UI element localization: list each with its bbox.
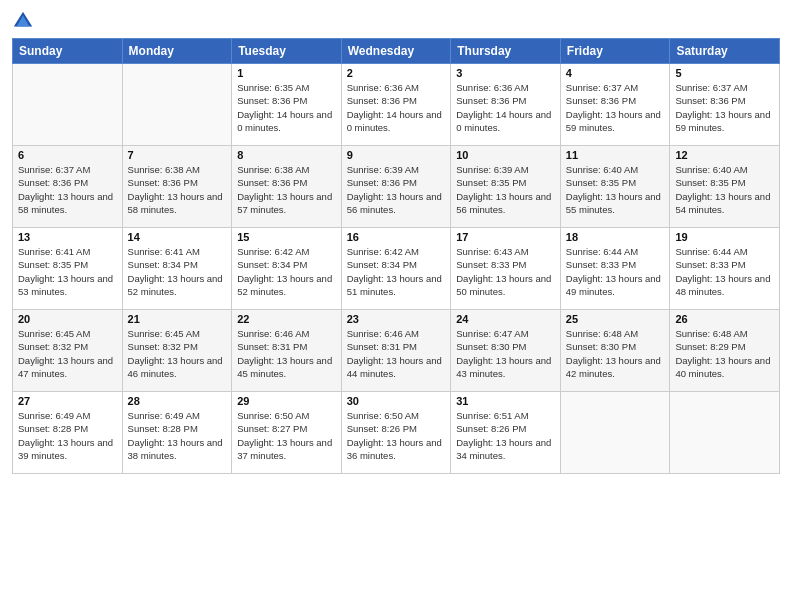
calendar-cell: 25 Sunrise: 6:48 AM Sunset: 8:30 PM Dayl… <box>560 310 670 392</box>
sunrise-text: Sunrise: 6:45 AM <box>128 328 200 339</box>
calendar-cell <box>122 64 232 146</box>
day-info: Sunrise: 6:38 AM Sunset: 8:36 PM Dayligh… <box>128 163 227 216</box>
sunrise-text: Sunrise: 6:49 AM <box>128 410 200 421</box>
daylight-text: Daylight: 14 hours and 0 minutes. <box>237 109 332 133</box>
sunrise-text: Sunrise: 6:48 AM <box>675 328 747 339</box>
calendar-cell: 11 Sunrise: 6:40 AM Sunset: 8:35 PM Dayl… <box>560 146 670 228</box>
sunrise-text: Sunrise: 6:39 AM <box>347 164 419 175</box>
calendar-cell: 3 Sunrise: 6:36 AM Sunset: 8:36 PM Dayli… <box>451 64 561 146</box>
calendar-cell: 13 Sunrise: 6:41 AM Sunset: 8:35 PM Dayl… <box>13 228 123 310</box>
day-info: Sunrise: 6:49 AM Sunset: 8:28 PM Dayligh… <box>18 409 117 462</box>
sunrise-text: Sunrise: 6:38 AM <box>128 164 200 175</box>
day-number: 23 <box>347 313 446 325</box>
sunset-text: Sunset: 8:32 PM <box>128 341 198 352</box>
calendar-cell: 8 Sunrise: 6:38 AM Sunset: 8:36 PM Dayli… <box>232 146 342 228</box>
sunset-text: Sunset: 8:31 PM <box>237 341 307 352</box>
sunset-text: Sunset: 8:35 PM <box>456 177 526 188</box>
calendar-cell: 31 Sunrise: 6:51 AM Sunset: 8:26 PM Dayl… <box>451 392 561 474</box>
sunrise-text: Sunrise: 6:42 AM <box>237 246 309 257</box>
sunrise-text: Sunrise: 6:37 AM <box>566 82 638 93</box>
day-number: 25 <box>566 313 665 325</box>
daylight-text: Daylight: 13 hours and 52 minutes. <box>237 273 332 297</box>
day-info: Sunrise: 6:40 AM Sunset: 8:35 PM Dayligh… <box>675 163 774 216</box>
sunset-text: Sunset: 8:36 PM <box>237 177 307 188</box>
day-number: 28 <box>128 395 227 407</box>
sunset-text: Sunset: 8:34 PM <box>237 259 307 270</box>
sunset-text: Sunset: 8:36 PM <box>456 95 526 106</box>
day-info: Sunrise: 6:48 AM Sunset: 8:29 PM Dayligh… <box>675 327 774 380</box>
daylight-text: Daylight: 13 hours and 58 minutes. <box>128 191 223 215</box>
daylight-text: Daylight: 13 hours and 37 minutes. <box>237 437 332 461</box>
calendar-cell: 18 Sunrise: 6:44 AM Sunset: 8:33 PM Dayl… <box>560 228 670 310</box>
day-info: Sunrise: 6:39 AM Sunset: 8:36 PM Dayligh… <box>347 163 446 216</box>
day-info: Sunrise: 6:45 AM Sunset: 8:32 PM Dayligh… <box>128 327 227 380</box>
calendar-week-row: 1 Sunrise: 6:35 AM Sunset: 8:36 PM Dayli… <box>13 64 780 146</box>
daylight-text: Daylight: 13 hours and 39 minutes. <box>18 437 113 461</box>
logo <box>12 10 38 32</box>
day-info: Sunrise: 6:39 AM Sunset: 8:35 PM Dayligh… <box>456 163 555 216</box>
daylight-text: Daylight: 13 hours and 52 minutes. <box>128 273 223 297</box>
day-number: 4 <box>566 67 665 79</box>
sunrise-text: Sunrise: 6:46 AM <box>237 328 309 339</box>
daylight-text: Daylight: 13 hours and 56 minutes. <box>347 191 442 215</box>
day-number: 20 <box>18 313 117 325</box>
sunset-text: Sunset: 8:36 PM <box>128 177 198 188</box>
day-number: 26 <box>675 313 774 325</box>
day-info: Sunrise: 6:40 AM Sunset: 8:35 PM Dayligh… <box>566 163 665 216</box>
sunset-text: Sunset: 8:36 PM <box>237 95 307 106</box>
calendar-cell: 28 Sunrise: 6:49 AM Sunset: 8:28 PM Dayl… <box>122 392 232 474</box>
daylight-text: Daylight: 13 hours and 46 minutes. <box>128 355 223 379</box>
day-info: Sunrise: 6:51 AM Sunset: 8:26 PM Dayligh… <box>456 409 555 462</box>
day-info: Sunrise: 6:44 AM Sunset: 8:33 PM Dayligh… <box>675 245 774 298</box>
calendar-cell: 14 Sunrise: 6:41 AM Sunset: 8:34 PM Dayl… <box>122 228 232 310</box>
day-number: 17 <box>456 231 555 243</box>
day-number: 21 <box>128 313 227 325</box>
sunset-text: Sunset: 8:35 PM <box>675 177 745 188</box>
day-info: Sunrise: 6:50 AM Sunset: 8:27 PM Dayligh… <box>237 409 336 462</box>
sunrise-text: Sunrise: 6:39 AM <box>456 164 528 175</box>
day-number: 12 <box>675 149 774 161</box>
day-info: Sunrise: 6:45 AM Sunset: 8:32 PM Dayligh… <box>18 327 117 380</box>
day-number: 29 <box>237 395 336 407</box>
sunrise-text: Sunrise: 6:38 AM <box>237 164 309 175</box>
calendar-table: SundayMondayTuesdayWednesdayThursdayFrid… <box>12 38 780 474</box>
day-info: Sunrise: 6:41 AM Sunset: 8:35 PM Dayligh… <box>18 245 117 298</box>
sunrise-text: Sunrise: 6:44 AM <box>566 246 638 257</box>
sunrise-text: Sunrise: 6:40 AM <box>566 164 638 175</box>
day-number: 18 <box>566 231 665 243</box>
calendar-cell: 27 Sunrise: 6:49 AM Sunset: 8:28 PM Dayl… <box>13 392 123 474</box>
weekday-header: Friday <box>560 39 670 64</box>
day-number: 9 <box>347 149 446 161</box>
weekday-header: Monday <box>122 39 232 64</box>
day-info: Sunrise: 6:38 AM Sunset: 8:36 PM Dayligh… <box>237 163 336 216</box>
day-info: Sunrise: 6:42 AM Sunset: 8:34 PM Dayligh… <box>237 245 336 298</box>
sunrise-text: Sunrise: 6:50 AM <box>237 410 309 421</box>
day-info: Sunrise: 6:37 AM Sunset: 8:36 PM Dayligh… <box>675 81 774 134</box>
daylight-text: Daylight: 13 hours and 51 minutes. <box>347 273 442 297</box>
sunrise-text: Sunrise: 6:35 AM <box>237 82 309 93</box>
daylight-text: Daylight: 14 hours and 0 minutes. <box>456 109 551 133</box>
weekday-header: Thursday <box>451 39 561 64</box>
day-info: Sunrise: 6:43 AM Sunset: 8:33 PM Dayligh… <box>456 245 555 298</box>
day-info: Sunrise: 6:41 AM Sunset: 8:34 PM Dayligh… <box>128 245 227 298</box>
weekday-header: Wednesday <box>341 39 451 64</box>
sunrise-text: Sunrise: 6:41 AM <box>128 246 200 257</box>
calendar-cell: 2 Sunrise: 6:36 AM Sunset: 8:36 PM Dayli… <box>341 64 451 146</box>
sunrise-text: Sunrise: 6:49 AM <box>18 410 90 421</box>
sunset-text: Sunset: 8:34 PM <box>128 259 198 270</box>
sunrise-text: Sunrise: 6:47 AM <box>456 328 528 339</box>
sunset-text: Sunset: 8:33 PM <box>566 259 636 270</box>
daylight-text: Daylight: 13 hours and 34 minutes. <box>456 437 551 461</box>
day-number: 16 <box>347 231 446 243</box>
sunrise-text: Sunrise: 6:46 AM <box>347 328 419 339</box>
day-info: Sunrise: 6:50 AM Sunset: 8:26 PM Dayligh… <box>347 409 446 462</box>
day-info: Sunrise: 6:35 AM Sunset: 8:36 PM Dayligh… <box>237 81 336 134</box>
calendar-cell: 15 Sunrise: 6:42 AM Sunset: 8:34 PM Dayl… <box>232 228 342 310</box>
day-info: Sunrise: 6:46 AM Sunset: 8:31 PM Dayligh… <box>347 327 446 380</box>
calendar-week-row: 13 Sunrise: 6:41 AM Sunset: 8:35 PM Dayl… <box>13 228 780 310</box>
weekday-header: Tuesday <box>232 39 342 64</box>
sunset-text: Sunset: 8:36 PM <box>675 95 745 106</box>
day-number: 7 <box>128 149 227 161</box>
day-info: Sunrise: 6:44 AM Sunset: 8:33 PM Dayligh… <box>566 245 665 298</box>
calendar-week-row: 27 Sunrise: 6:49 AM Sunset: 8:28 PM Dayl… <box>13 392 780 474</box>
